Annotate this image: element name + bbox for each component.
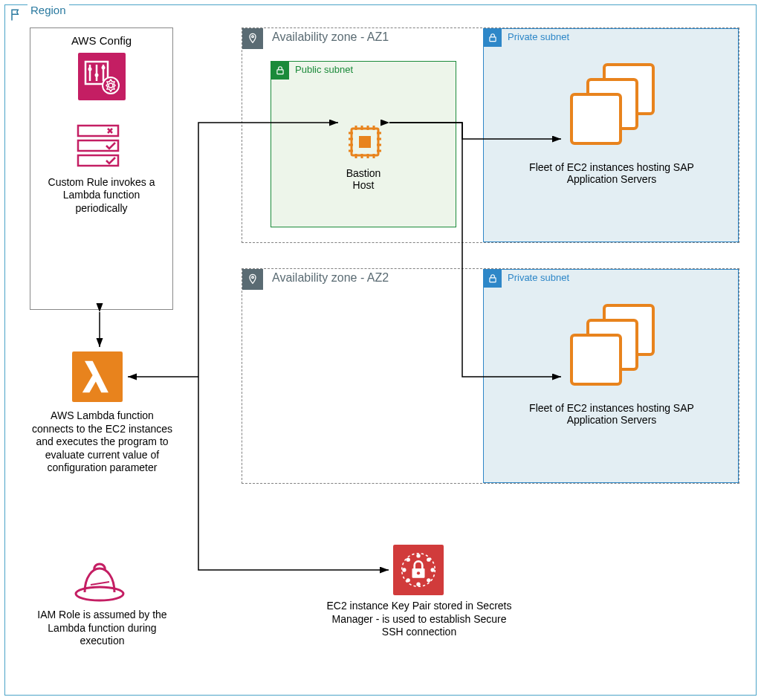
svg-point-23 — [427, 558, 430, 562]
region-container: Region AWS Config Custom Rule invokes a — [4, 4, 757, 696]
aws-config-icon — [78, 53, 126, 100]
svg-point-27 — [417, 571, 420, 574]
pin-icon — [242, 269, 263, 290]
custom-rule-text: Custom Rule invokes a Lambda function pe… — [38, 176, 165, 215]
svg-point-7 — [101, 65, 105, 69]
public-subnet: Public subnet Bastion Host — [271, 61, 456, 227]
svg-rect-51 — [571, 94, 621, 143]
private-subnet-label-az2: Private subnet — [508, 272, 569, 283]
svg-point-21 — [430, 568, 434, 571]
iam-role-icon — [74, 561, 126, 606]
lambda-text: AWS Lambda function connects to the EC2 … — [30, 409, 175, 475]
svg-point-25 — [427, 578, 430, 582]
svg-rect-10 — [78, 126, 118, 136]
iam-role-text: IAM Role is assumed by the Lambda functi… — [30, 609, 175, 648]
private-subnet-az1: Private subnet Fleet of EC2 instances ho… — [483, 28, 739, 242]
svg-rect-56 — [571, 335, 621, 384]
aws-config-title: AWS Config — [38, 34, 165, 48]
private-subnet-az2: Private subnet Fleet of EC2 instances ho… — [483, 269, 739, 483]
svg-rect-53 — [490, 278, 496, 282]
fleet-label-az1: Fleet of EC2 instances hosting SAP Appli… — [514, 161, 710, 185]
svg-point-18 — [416, 554, 420, 557]
region-label: Region — [27, 4, 69, 16]
svg-point-52 — [252, 276, 254, 279]
public-subnet-label: Public subnet — [295, 64, 353, 75]
az2-zone: Availability zone - AZ2 Private subnet F… — [242, 268, 739, 484]
secrets-text: EC2 instance Key Pair stored in Secrets … — [326, 600, 512, 639]
lock-icon — [271, 62, 289, 80]
private-subnet-label-az1: Private subnet — [508, 31, 569, 42]
svg-point-14 — [76, 587, 123, 600]
ec2-fleet-icon-az1 — [566, 60, 662, 152]
lock-icon — [484, 29, 502, 47]
svg-line-15 — [91, 582, 109, 585]
svg-point-24 — [407, 578, 410, 582]
bastion-host-icon — [344, 121, 386, 166]
ec2-fleet-icon-az2 — [566, 301, 662, 393]
aws-config-group: AWS Config Custom Rule invokes a Lambda … — [30, 27, 173, 310]
svg-rect-47 — [359, 136, 371, 148]
svg-rect-29 — [277, 70, 283, 74]
svg-point-22 — [407, 558, 410, 562]
az2-title: Availability zone - AZ2 — [272, 271, 389, 285]
az1-zone: Availability zone - AZ1 Public subnet Ba… — [242, 27, 739, 243]
lock-icon — [484, 270, 502, 288]
pin-icon — [242, 28, 263, 49]
bastion-host-label: Bastion Host — [271, 167, 456, 191]
svg-point-5 — [88, 67, 91, 71]
secrets-manager-icon — [393, 545, 444, 598]
svg-point-19 — [416, 582, 420, 586]
svg-point-28 — [252, 36, 254, 38]
az1-title: Availability zone - AZ1 — [272, 30, 389, 44]
lambda-icon — [72, 351, 123, 402]
svg-point-20 — [402, 568, 406, 571]
custom-rule-icon — [77, 124, 127, 169]
region-flag-icon — [10, 8, 23, 22]
fleet-label-az2: Fleet of EC2 instances hosting SAP Appli… — [514, 402, 710, 426]
svg-point-6 — [94, 73, 98, 77]
svg-rect-48 — [490, 37, 496, 42]
